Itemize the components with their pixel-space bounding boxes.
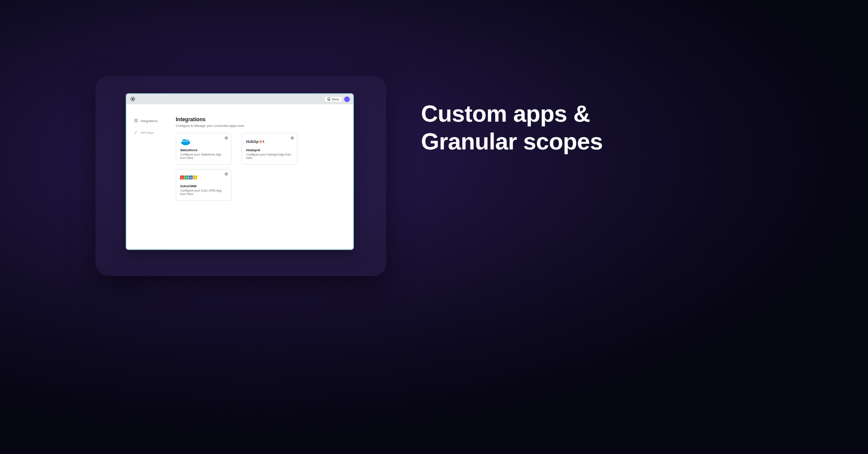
card-zohocrm[interactable]: ZOHO ZohoCRM Configure your Zoho CRM App…	[176, 169, 231, 201]
page-subtitle: Configure & Manage your connected apps h…	[176, 124, 345, 128]
app-window: Docs Integrations	[126, 93, 354, 250]
sidebar-item-integrations[interactable]: Integrations	[132, 117, 171, 125]
hubspot-logo: HubSpt	[246, 137, 293, 146]
hero-text: Custom apps & Granular scopes	[421, 100, 603, 155]
sidebar-item-label: API Keys	[141, 131, 154, 135]
svg-rect-0	[135, 119, 136, 120]
docs-label: Docs	[332, 98, 339, 101]
card-desc: Configure your Salesforce App from here.	[180, 153, 227, 160]
sidebar-item-label: Integrations	[141, 119, 158, 123]
hero-line-2: Granular scopes	[421, 128, 603, 156]
card-desc: Configure your Hubspot App from here.	[246, 153, 293, 160]
topbar: Docs	[126, 94, 353, 104]
svg-rect-2	[135, 121, 136, 122]
card-desc: Configure your Zoho CRM App from here.	[180, 189, 227, 196]
sidebar: Integrations API Keys	[126, 104, 173, 249]
card-title: ZohoCRM	[180, 184, 227, 188]
brand-icon	[131, 97, 135, 101]
salesforce-logo: salesforce	[180, 137, 227, 146]
card-title: Salesforce	[180, 148, 227, 152]
gear-icon[interactable]	[290, 136, 294, 140]
zoho-logo: ZOHO	[180, 173, 227, 182]
card-title: Hubspot	[246, 148, 293, 152]
svg-point-4	[135, 132, 136, 133]
sidebar-item-api-keys[interactable]: API Keys	[132, 129, 171, 136]
card-salesforce[interactable]: salesforce Salesforce Configure your Sal…	[176, 133, 231, 165]
docs-button[interactable]: Docs	[325, 97, 342, 102]
page-title: Integrations	[176, 116, 345, 123]
book-icon	[327, 97, 331, 101]
gear-icon[interactable]	[224, 136, 228, 140]
card-hubspot[interactable]: HubSpt Hubspot Configure your Hubspot Ap…	[242, 133, 297, 165]
integration-cards: salesforce Salesforce Configure your Sal…	[176, 133, 345, 201]
key-icon	[134, 130, 138, 135]
gear-icon[interactable]	[224, 172, 228, 176]
svg-rect-3	[136, 121, 138, 122]
svg-rect-1	[136, 119, 138, 120]
main-content: Integrations Configure & Manage your con…	[173, 104, 353, 249]
grid-icon	[134, 119, 138, 123]
avatar[interactable]	[344, 96, 350, 102]
hero-line-1: Custom apps &	[421, 100, 603, 128]
